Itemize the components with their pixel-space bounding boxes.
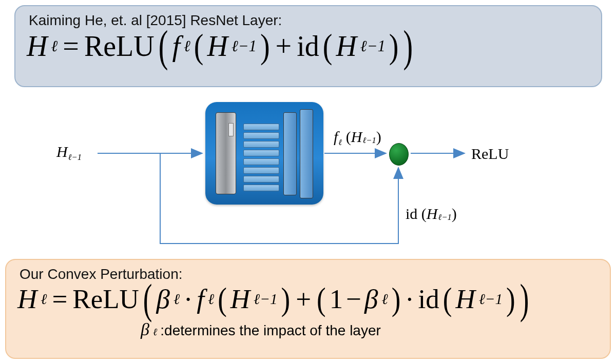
slab-window	[228, 123, 234, 136]
stack-bar	[243, 158, 279, 165]
b-sub-ellm1b: ℓ−1	[478, 292, 503, 307]
rparen-id: )	[452, 205, 457, 222]
perturbation-formula: Hℓ = ReLU ( βℓ · fℓ ( Hℓ−1 ) + (1 − βℓ) …	[17, 286, 599, 313]
perturbation-footnote: βℓ :determines the impact of the layer	[141, 320, 599, 339]
sub-f-d: ℓ	[338, 137, 342, 147]
sub-ellm1b: ℓ−1	[360, 38, 386, 54]
footnote-beta: β	[141, 320, 149, 339]
sym-H3: H	[336, 32, 356, 60]
sub-H-in: ℓ−1	[68, 152, 82, 162]
stack-bar	[243, 176, 279, 183]
fn-id-d: id	[406, 205, 417, 222]
sym-H-f: H	[351, 128, 362, 145]
footnote-text: :determines the impact of the layer	[160, 322, 381, 339]
stack-bar	[243, 124, 279, 130]
b-op-eq: =	[50, 286, 69, 313]
lparen-med2: (	[322, 29, 333, 63]
op-plus: +	[274, 32, 294, 60]
b-lparen-m3: (	[442, 283, 453, 316]
lparen-f: (	[346, 128, 351, 145]
b-fn-relu: ReLU	[72, 286, 139, 313]
sub-H-f: ℓ−1	[362, 135, 376, 145]
stack-bar	[243, 167, 279, 174]
perturbation-title: Our Convex Perturbation:	[20, 266, 599, 282]
b-sub-ellm1: ℓ−1	[253, 292, 277, 307]
sym-f: f	[172, 32, 180, 60]
rparen-big: )	[402, 24, 414, 69]
resnet-panel: Kaiming He, et. al [2015] ResNet Layer: …	[14, 5, 602, 87]
b-op-dot2: ·	[404, 286, 415, 313]
lparen-big: (	[158, 24, 169, 69]
label-id: id (Hℓ−1)	[406, 205, 457, 225]
b-rparen-m2: )	[391, 283, 401, 316]
b-rparen-m3: )	[506, 283, 516, 316]
sym-H-id: H	[427, 205, 438, 222]
label-f: fℓ (Hℓ−1)	[334, 128, 381, 148]
label-input: Hℓ−1	[56, 143, 82, 163]
sub-ell: ℓ	[50, 38, 57, 54]
b-sub-b2: ℓ	[381, 292, 388, 307]
b-sym-H3: H	[455, 286, 475, 313]
rparen-med: )	[260, 29, 271, 63]
lparen-id: (	[421, 205, 427, 222]
resnet-diagram: Hℓ−1 fℓ (Hℓ−1) id (Hℓ−1) ReLU	[0, 95, 616, 254]
b-rparen-m1: )	[280, 283, 291, 316]
b-lparen-m1: (	[217, 283, 227, 316]
b-sub-b1: ℓ	[173, 292, 180, 307]
layer-stack	[243, 124, 279, 191]
b-sym-H: H	[17, 286, 37, 313]
fn-id: id	[297, 32, 319, 60]
layer-panel-b	[300, 109, 313, 198]
b-fn-id: id	[418, 286, 439, 313]
b-sym-beta2: β	[364, 286, 378, 313]
layer-panel-a	[283, 112, 297, 195]
b-one: 1	[330, 286, 343, 313]
footnote-sub: ℓ	[152, 326, 157, 338]
rparen-med2: )	[389, 29, 399, 63]
b-sub-f: ℓ	[207, 292, 214, 307]
b-op-dot1: ·	[183, 286, 194, 313]
perturbation-panel: Our Convex Perturbation: Hℓ = ReLU ( βℓ …	[5, 259, 611, 359]
stack-bar	[243, 150, 279, 156]
sum-node	[389, 143, 409, 166]
b-sym-beta1: β	[157, 286, 170, 313]
fn-relu: ReLU	[84, 32, 155, 60]
sym-H2: H	[207, 32, 227, 60]
sub-ell-f: ℓ	[183, 38, 190, 54]
rparen-f: )	[376, 128, 381, 145]
sub-H-id: ℓ−1	[438, 212, 452, 222]
label-relu: ReLU	[471, 145, 509, 163]
layer-slab	[216, 112, 236, 194]
b-lparen-m2: (	[316, 283, 326, 316]
layer-block	[205, 102, 323, 205]
b-lparen-big: (	[142, 278, 153, 320]
stack-bar	[243, 185, 279, 191]
b-sym-H2: H	[230, 286, 250, 313]
b-sub-ell: ℓ	[40, 292, 47, 307]
b-rparen-big: )	[519, 278, 530, 320]
sub-ellm1: ℓ−1	[231, 38, 257, 54]
stack-bar	[243, 132, 279, 139]
b-sym-f: f	[197, 286, 204, 313]
stack-bar	[243, 141, 279, 148]
lparen-med: (	[194, 29, 204, 63]
resnet-formula: Hℓ = ReLU ( fℓ ( Hℓ−1 ) + id ( Hℓ−1 ) )	[27, 32, 590, 60]
resnet-title: Kaiming He, et. al [2015] ResNet Layer:	[29, 12, 590, 29]
b-op-minus: −	[346, 286, 361, 313]
sym-H: H	[27, 32, 47, 60]
op-eq: =	[61, 32, 81, 60]
b-op-plus: +	[294, 286, 313, 313]
sym-H-in: H	[56, 143, 68, 160]
